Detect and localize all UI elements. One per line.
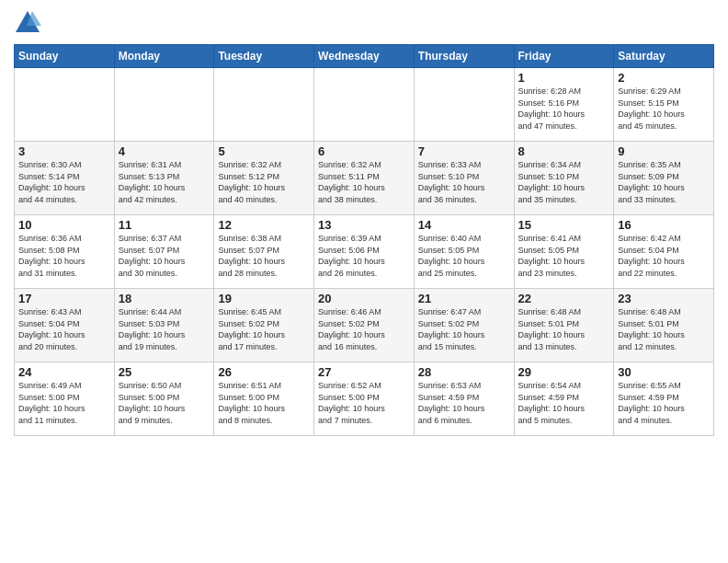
- day-info: Sunrise: 6:55 AM Sunset: 4:59 PM Dayligh…: [618, 380, 710, 426]
- day-info: Sunrise: 6:33 AM Sunset: 5:10 PM Dayligh…: [418, 159, 510, 205]
- calendar-cell: 22Sunrise: 6:48 AM Sunset: 5:01 PM Dayli…: [514, 289, 614, 362]
- weekday-row: SundayMondayTuesdayWednesdayThursdayFrid…: [15, 45, 714, 68]
- day-info: Sunrise: 6:47 AM Sunset: 5:02 PM Dayligh…: [418, 306, 510, 352]
- day-number: 2: [618, 71, 710, 85]
- calendar-cell: [414, 68, 514, 142]
- calendar-cell: 21Sunrise: 6:47 AM Sunset: 5:02 PM Dayli…: [414, 289, 514, 362]
- logo: [14, 9, 43, 37]
- day-number: 23: [618, 292, 710, 305]
- day-info: Sunrise: 6:48 AM Sunset: 5:01 PM Dayligh…: [618, 306, 710, 352]
- day-info: Sunrise: 6:51 AM Sunset: 5:00 PM Dayligh…: [218, 380, 310, 426]
- calendar-cell: [114, 68, 214, 142]
- day-info: Sunrise: 6:29 AM Sunset: 5:15 PM Dayligh…: [618, 86, 710, 132]
- day-info: Sunrise: 6:52 AM Sunset: 5:00 PM Dayligh…: [318, 380, 410, 426]
- day-number: 16: [618, 218, 710, 232]
- calendar-cell: 1Sunrise: 6:28 AM Sunset: 5:16 PM Daylig…: [514, 68, 614, 142]
- calendar-cell: 13Sunrise: 6:39 AM Sunset: 5:06 PM Dayli…: [314, 215, 415, 289]
- calendar-cell: 2Sunrise: 6:29 AM Sunset: 5:15 PM Daylig…: [614, 68, 714, 142]
- day-number: 6: [318, 144, 410, 158]
- day-info: Sunrise: 6:45 AM Sunset: 5:02 PM Dayligh…: [218, 306, 310, 352]
- day-number: 19: [218, 292, 310, 305]
- day-info: Sunrise: 6:37 AM Sunset: 5:07 PM Dayligh…: [119, 233, 210, 279]
- weekday-header-tuesday: Tuesday: [214, 45, 314, 68]
- calendar-cell: 26Sunrise: 6:51 AM Sunset: 5:00 PM Dayli…: [214, 362, 314, 436]
- day-info: Sunrise: 6:36 AM Sunset: 5:08 PM Dayligh…: [18, 233, 110, 279]
- day-info: Sunrise: 6:41 AM Sunset: 5:05 PM Dayligh…: [518, 233, 610, 279]
- day-number: 10: [18, 218, 110, 232]
- calendar-cell: 19Sunrise: 6:45 AM Sunset: 5:02 PM Dayli…: [214, 289, 314, 362]
- day-number: 8: [518, 144, 610, 158]
- day-number: 12: [218, 218, 310, 232]
- day-info: Sunrise: 6:54 AM Sunset: 4:59 PM Dayligh…: [518, 380, 610, 426]
- calendar-cell: 8Sunrise: 6:34 AM Sunset: 5:10 PM Daylig…: [514, 142, 614, 215]
- day-number: 5: [218, 144, 310, 158]
- day-number: 29: [518, 365, 610, 379]
- calendar-cell: 23Sunrise: 6:48 AM Sunset: 5:01 PM Dayli…: [614, 289, 714, 362]
- day-info: Sunrise: 6:32 AM Sunset: 5:12 PM Dayligh…: [218, 159, 310, 205]
- calendar-cell: [214, 68, 314, 142]
- calendar-cell: 3Sunrise: 6:30 AM Sunset: 5:14 PM Daylig…: [15, 142, 115, 215]
- day-info: Sunrise: 6:40 AM Sunset: 5:05 PM Dayligh…: [418, 233, 510, 279]
- day-info: Sunrise: 6:49 AM Sunset: 5:00 PM Dayligh…: [18, 380, 110, 426]
- day-info: Sunrise: 6:44 AM Sunset: 5:03 PM Dayligh…: [119, 306, 210, 352]
- day-info: Sunrise: 6:32 AM Sunset: 5:11 PM Dayligh…: [318, 159, 410, 205]
- day-number: 24: [18, 365, 110, 379]
- day-number: 7: [418, 144, 510, 158]
- day-number: 3: [18, 144, 110, 158]
- calendar-cell: 16Sunrise: 6:42 AM Sunset: 5:04 PM Dayli…: [614, 215, 714, 289]
- calendar-cell: 28Sunrise: 6:53 AM Sunset: 4:59 PM Dayli…: [414, 362, 514, 436]
- calendar-cell: 9Sunrise: 6:35 AM Sunset: 5:09 PM Daylig…: [614, 142, 714, 215]
- calendar-cell: [15, 68, 115, 142]
- day-number: 30: [618, 365, 710, 379]
- day-number: 28: [418, 365, 510, 379]
- day-number: 9: [618, 144, 710, 158]
- weekday-header-monday: Monday: [114, 45, 214, 68]
- calendar-cell: 6Sunrise: 6:32 AM Sunset: 5:11 PM Daylig…: [314, 142, 415, 215]
- weekday-header-thursday: Thursday: [414, 45, 514, 68]
- calendar-week-row: 17Sunrise: 6:43 AM Sunset: 5:04 PM Dayli…: [15, 289, 714, 362]
- day-info: Sunrise: 6:53 AM Sunset: 4:59 PM Dayligh…: [418, 380, 510, 426]
- calendar-cell: 11Sunrise: 6:37 AM Sunset: 5:07 PM Dayli…: [114, 215, 214, 289]
- calendar-cell: 4Sunrise: 6:31 AM Sunset: 5:13 PM Daylig…: [114, 142, 214, 215]
- day-number: 11: [119, 218, 210, 232]
- day-info: Sunrise: 6:46 AM Sunset: 5:02 PM Dayligh…: [318, 306, 410, 352]
- day-number: 15: [518, 218, 610, 232]
- calendar-header: SundayMondayTuesdayWednesdayThursdayFrid…: [15, 45, 714, 68]
- calendar-cell: 10Sunrise: 6:36 AM Sunset: 5:08 PM Dayli…: [15, 215, 115, 289]
- day-number: 14: [418, 218, 510, 232]
- logo-icon: [14, 9, 41, 37]
- day-info: Sunrise: 6:39 AM Sunset: 5:06 PM Dayligh…: [318, 233, 410, 279]
- day-info: Sunrise: 6:50 AM Sunset: 5:00 PM Dayligh…: [119, 380, 210, 426]
- calendar-cell: 15Sunrise: 6:41 AM Sunset: 5:05 PM Dayli…: [514, 215, 614, 289]
- calendar-week-row: 10Sunrise: 6:36 AM Sunset: 5:08 PM Dayli…: [15, 215, 714, 289]
- calendar-cell: 30Sunrise: 6:55 AM Sunset: 4:59 PM Dayli…: [614, 362, 714, 436]
- day-number: 22: [518, 292, 610, 305]
- calendar-cell: 17Sunrise: 6:43 AM Sunset: 5:04 PM Dayli…: [15, 289, 115, 362]
- day-number: 17: [18, 292, 110, 305]
- calendar-cell: 18Sunrise: 6:44 AM Sunset: 5:03 PM Dayli…: [114, 289, 214, 362]
- day-number: 26: [218, 365, 310, 379]
- calendar-body: 1Sunrise: 6:28 AM Sunset: 5:16 PM Daylig…: [15, 68, 714, 436]
- day-info: Sunrise: 6:48 AM Sunset: 5:01 PM Dayligh…: [518, 306, 610, 352]
- calendar-cell: 14Sunrise: 6:40 AM Sunset: 5:05 PM Dayli…: [414, 215, 514, 289]
- day-number: 25: [119, 365, 210, 379]
- day-info: Sunrise: 6:35 AM Sunset: 5:09 PM Dayligh…: [618, 159, 710, 205]
- calendar-week-row: 24Sunrise: 6:49 AM Sunset: 5:00 PM Dayli…: [15, 362, 714, 436]
- calendar-cell: 27Sunrise: 6:52 AM Sunset: 5:00 PM Dayli…: [314, 362, 415, 436]
- page-header: [14, 9, 714, 37]
- calendar-cell: 29Sunrise: 6:54 AM Sunset: 4:59 PM Dayli…: [514, 362, 614, 436]
- calendar-cell: 7Sunrise: 6:33 AM Sunset: 5:10 PM Daylig…: [414, 142, 514, 215]
- day-info: Sunrise: 6:34 AM Sunset: 5:10 PM Dayligh…: [518, 159, 610, 205]
- day-number: 20: [318, 292, 410, 305]
- calendar-cell: 5Sunrise: 6:32 AM Sunset: 5:12 PM Daylig…: [214, 142, 314, 215]
- day-number: 27: [318, 365, 410, 379]
- day-number: 21: [418, 292, 510, 305]
- calendar-cell: 20Sunrise: 6:46 AM Sunset: 5:02 PM Dayli…: [314, 289, 415, 362]
- day-number: 18: [119, 292, 210, 305]
- day-info: Sunrise: 6:43 AM Sunset: 5:04 PM Dayligh…: [18, 306, 110, 352]
- weekday-header-wednesday: Wednesday: [314, 45, 415, 68]
- calendar-cell: 12Sunrise: 6:38 AM Sunset: 5:07 PM Dayli…: [214, 215, 314, 289]
- weekday-header-sunday: Sunday: [15, 45, 115, 68]
- day-info: Sunrise: 6:42 AM Sunset: 5:04 PM Dayligh…: [618, 233, 710, 279]
- day-info: Sunrise: 6:31 AM Sunset: 5:13 PM Dayligh…: [119, 159, 210, 205]
